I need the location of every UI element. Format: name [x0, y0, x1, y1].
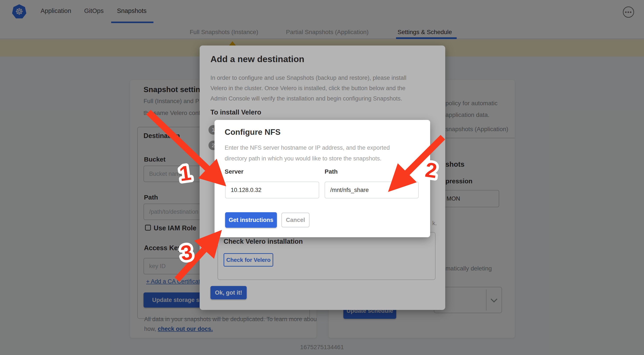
nfs-path-label: Path: [324, 168, 338, 175]
get-instructions-button[interactable]: Get instructions: [225, 212, 277, 228]
nfs-path-input[interactable]: [324, 182, 419, 198]
server-input[interactable]: [225, 182, 319, 198]
nfs-desc-line2: directory path in which you would like t…: [225, 153, 381, 164]
server-label: Server: [225, 168, 244, 175]
nfs-desc-line1: Enter the NFS server hostname or IP addr…: [225, 142, 390, 153]
cancel-button[interactable]: Cancel: [282, 213, 310, 227]
admin-console-app: ☸ Application GitOps Snapshots ••• Full …: [0, 0, 644, 355]
configure-nfs-title: Configure NFS: [225, 128, 280, 137]
configure-nfs-modal: Configure NFS Enter the NFS server hostn…: [214, 120, 430, 237]
